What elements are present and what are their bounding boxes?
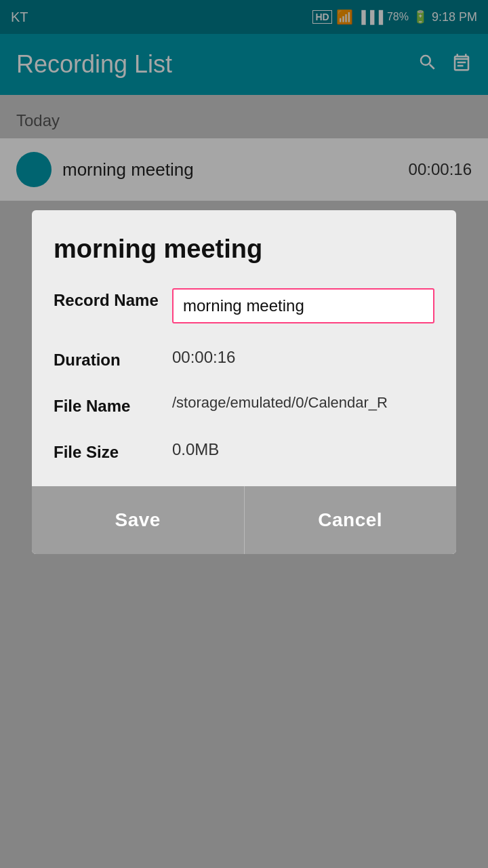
dialog-buttons: Save Cancel [32, 486, 456, 554]
duration-row: Duration 00:00:16 [54, 348, 434, 370]
dialog-title: morning meeting [54, 235, 434, 264]
file-size-row: File Size 0.0MB [54, 440, 434, 462]
file-name-row: File Name /storage/emulated/0/Calendar_R [54, 394, 434, 416]
file-name-label: File Name [54, 394, 172, 416]
file-size-label: File Size [54, 440, 172, 462]
rename-dialog: morning meeting Record Name Duration 00:… [32, 210, 456, 554]
record-name-label: Record Name [54, 288, 172, 310]
file-name-value: /storage/emulated/0/Calendar_R [172, 394, 434, 412]
duration-value: 00:00:16 [172, 348, 434, 367]
cancel-button[interactable]: Cancel [245, 486, 457, 554]
file-size-value: 0.0MB [172, 440, 434, 459]
duration-label: Duration [54, 348, 172, 370]
record-name-row: Record Name [54, 288, 434, 323]
record-name-input[interactable] [172, 288, 434, 323]
save-button[interactable]: Save [32, 486, 245, 554]
